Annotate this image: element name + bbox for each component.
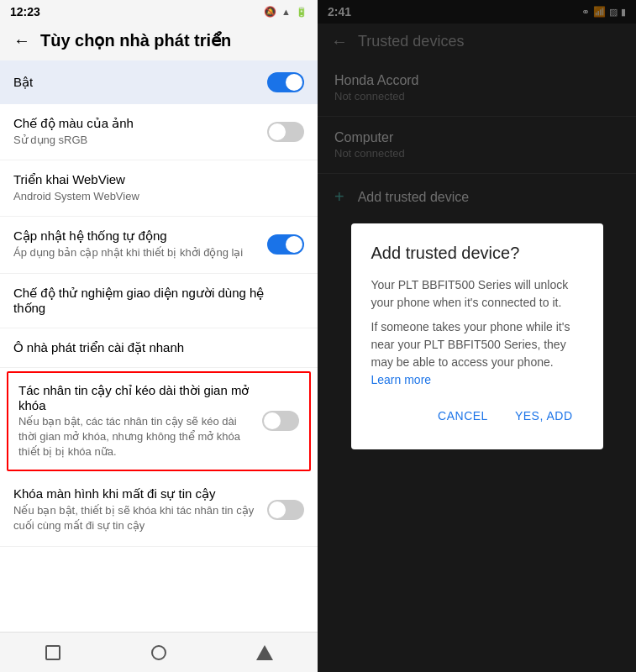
toggle-color[interactable] — [267, 122, 304, 142]
setting-text-webview: Triển khai WebView Android System WebVie… — [13, 172, 294, 204]
toggle-auto[interactable] — [267, 234, 304, 255]
setting-title-color: Chế độ màu của ảnh — [13, 116, 257, 131]
right-panel: 2:41 ⚭ 📶 ▨ ▮ ← Trusted devices Honda Acc… — [318, 0, 636, 672]
dialog-body-2-text: If someone takes your phone while it's n… — [371, 320, 570, 369]
setting-title-webview: Triển khai WebView — [13, 172, 294, 187]
signal-icon: ▲ — [281, 7, 291, 17]
triangle-icon — [256, 645, 273, 660]
setting-title-bat: Bật — [13, 75, 257, 90]
left-panel: 12:23 🔕 ▲ 🔋 ← Tùy chọn nhà phát triển Bậ… — [0, 0, 318, 672]
setting-subtitle-webview: Android System WebView — [13, 189, 294, 204]
setting-item-ui-demo[interactable]: Chế độ thử nghiệm giao diện người dùng h… — [0, 274, 318, 328]
toggle-bat[interactable] — [267, 72, 304, 92]
setting-title-ui: Chế độ thử nghiệm giao diện người dùng h… — [13, 286, 294, 316]
setting-item-lock-screen[interactable]: Khóa màn hình khi mất đi sự tin cậy Nếu … — [0, 475, 318, 546]
setting-title-trusted: Tác nhân tin cậy chỉ kéo dài thời gian m… — [18, 383, 252, 412]
mute-icon: 🔕 — [264, 6, 276, 18]
circle-icon — [151, 645, 166, 660]
dialog-body-2: If someone takes your phone while it's n… — [371, 318, 583, 389]
left-header: ← Tùy chọn nhà phát triển — [0, 24, 318, 60]
status-time-left: 12:23 — [10, 5, 40, 18]
dialog-overlay: Add trusted device? Your PLT BBFIT500 Se… — [318, 0, 636, 672]
setting-subtitle-trusted: Nếu bạn bật, các tác nhân tin cậy sẽ kéo… — [18, 414, 252, 460]
left-header-title: Tùy chọn nhà phát triển — [40, 30, 231, 50]
dialog-body-1: Your PLT BBFIT500 Series will unlock you… — [371, 276, 583, 312]
nav-square-button[interactable] — [43, 643, 63, 663]
toggle-lock[interactable] — [267, 500, 304, 520]
nav-back-button[interactable] — [255, 643, 275, 663]
bottom-nav-left — [0, 632, 318, 672]
setting-item-auto-update[interactable]: Cập nhật hệ thống tự động Áp dụng bản cậ… — [0, 217, 318, 273]
battery-icon-left: 🔋 — [296, 7, 307, 18]
setting-item-quick[interactable]: Ô nhà phát triển cài đặt nhanh — [0, 328, 318, 368]
setting-text-auto: Cập nhật hệ thống tự động Áp dụng bản cậ… — [13, 228, 257, 260]
dialog-buttons: CANCEL YES, ADD — [371, 402, 583, 429]
setting-subtitle-color: Sử dụng sRGB — [13, 133, 257, 148]
setting-subtitle-lock: Nếu bạn bật, thiết bị sẽ khóa khi tác nh… — [13, 503, 257, 533]
status-icons-left: 🔕 ▲ 🔋 — [264, 6, 307, 18]
setting-item-trusted-agent[interactable]: Tác nhân tin cậy chỉ kéo dài thời gian m… — [7, 371, 311, 472]
dialog-title: Add trusted device? — [371, 244, 583, 263]
add-trusted-dialog: Add trusted device? Your PLT BBFIT500 Se… — [351, 223, 603, 449]
setting-item-color-mode[interactable]: Chế độ màu của ảnh Sử dụng sRGB — [0, 104, 318, 160]
setting-item-bat[interactable]: Bật — [0, 60, 318, 104]
setting-text-ui: Chế độ thử nghiệm giao diện người dùng h… — [13, 286, 294, 316]
left-settings-list: Bật Chế độ màu của ảnh Sử dụng sRGB Triể… — [0, 60, 318, 632]
square-icon — [45, 645, 60, 660]
setting-text-color: Chế độ màu của ảnh Sử dụng sRGB — [13, 116, 257, 148]
setting-text-bat: Bật — [13, 75, 257, 90]
setting-title-lock: Khóa màn hình khi mất đi sự tin cậy — [13, 486, 257, 501]
setting-text-lock: Khóa màn hình khi mất đi sự tin cậy Nếu … — [13, 486, 257, 533]
setting-title-quick: Ô nhà phát triển cài đặt nhanh — [13, 340, 294, 355]
setting-text-quick: Ô nhà phát triển cài đặt nhanh — [13, 340, 294, 355]
learn-more-link[interactable]: Learn more — [371, 373, 432, 386]
setting-item-webview[interactable]: Triển khai WebView Android System WebVie… — [0, 160, 318, 217]
setting-text-trusted: Tác nhân tin cậy chỉ kéo dài thời gian m… — [18, 383, 252, 460]
toggle-trusted[interactable] — [262, 411, 299, 431]
back-arrow-left[interactable]: ← — [13, 31, 30, 50]
setting-title-auto: Cập nhật hệ thống tự động — [13, 228, 257, 244]
cancel-button[interactable]: CANCEL — [428, 402, 498, 429]
setting-subtitle-auto: Áp dụng bản cập nhật khi thiết bị khởi đ… — [13, 245, 257, 260]
yes-add-button[interactable]: YES, ADD — [505, 402, 583, 429]
status-bar-left: 12:23 🔕 ▲ 🔋 — [0, 0, 318, 24]
nav-home-button[interactable] — [149, 643, 169, 663]
